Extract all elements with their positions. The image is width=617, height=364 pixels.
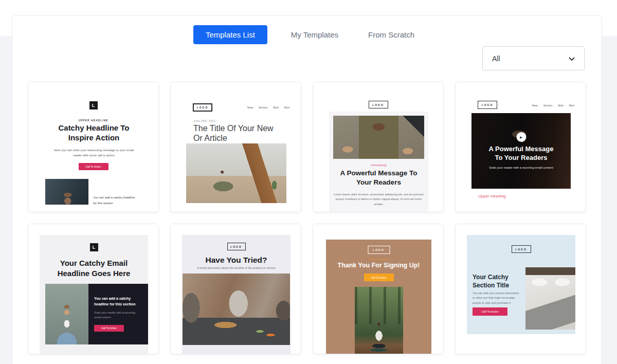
template-headline: A Powerful Message To Your Readers	[335, 169, 422, 187]
template-headline: Have You Tried?	[182, 256, 291, 265]
dinner-table-photo	[183, 274, 290, 345]
template-logo: LOGO	[193, 103, 212, 112]
tab-templates-list[interactable]: Templates List	[193, 25, 267, 44]
template-card-article-title[interactable]: LOGO News Services Work More June 25th, …	[170, 82, 301, 212]
cta-button-preview: Call To Action	[94, 325, 124, 332]
bed-photo	[525, 267, 575, 330]
category-filter-select[interactable]: All	[482, 46, 585, 70]
email-canvas: LOGO Have You Tried? A small description…	[182, 235, 291, 354]
template-logo: LOGO	[512, 245, 531, 253]
template-logo: L	[89, 101, 98, 110]
template-card-video-message[interactable]: LOGO News Services Work More ▶ A Powerfu…	[455, 82, 586, 212]
template-headline: Thank You For Signing Up!	[326, 262, 431, 269]
photo-subtext: Grab your reader with a stunning email c…	[471, 166, 571, 169]
templates-panel: Templates List My Templates From Scratch…	[12, 15, 602, 364]
tab-from-scratch[interactable]: From Scratch	[362, 25, 421, 44]
template-headline: Your Catchy Email Headline Goes Here	[55, 258, 133, 278]
section-title: You can add a catchy headline for this s…	[94, 296, 142, 307]
template-card-catchy-headline[interactable]: L UPPER HEADLINE Catchy Headline To Insp…	[28, 82, 159, 212]
dark-text-panel: You can add a catchy headline for this s…	[88, 284, 148, 344]
gray-blanket	[525, 294, 575, 330]
nav-item: Work	[273, 106, 278, 109]
template-grid: L UPPER HEADLINE Catchy Headline To Insp…	[28, 82, 586, 354]
upper-headline-label: Upper Headline	[326, 258, 431, 261]
nav-item: Services	[543, 104, 552, 107]
tab-my-templates[interactable]: My Templates	[285, 25, 344, 44]
nav-item: Services	[259, 106, 267, 109]
template-body-text: Here you can write your welcoming messag…	[53, 148, 135, 158]
section-body: Grab your reader with a stunning email c…	[94, 311, 142, 320]
tab-bar: Templates List My Templates From Scratch	[12, 25, 602, 44]
kicker-label: Introducing	[329, 163, 428, 167]
nav-item: More	[284, 106, 289, 109]
template-body-text: Lorem ipsum dolor sit amet, consectetur …	[333, 192, 424, 207]
email-canvas-tan: LOGO Upper Headline Thank You For Signin…	[326, 240, 431, 354]
template-card-product-section[interactable]: LOGO Your Catchy Section Title You can a…	[455, 224, 586, 354]
template-subtext: A small description about the benefits o…	[182, 266, 291, 269]
template-headline: Your Catchy Section Title	[473, 273, 515, 289]
split-section: You can add a catchy headline for this s…	[45, 284, 148, 344]
cta-button-preview: Call To Action	[364, 274, 394, 281]
template-card-powerful-message[interactable]: LOGO Introducing A Powerful Message To Y…	[313, 82, 444, 212]
cta-button-preview: Call To Action	[473, 307, 507, 316]
cta-button-preview: Call To Action	[79, 163, 108, 170]
template-logo: LOGO	[368, 246, 390, 254]
play-icon: ▶	[516, 132, 526, 142]
denim-man-photo	[45, 284, 88, 344]
nav-item: Work	[558, 104, 563, 107]
barbershop-photo: ▶ A Powerful Message To Your Readers Gra…	[471, 113, 571, 189]
template-logo: LOGO	[478, 101, 497, 109]
forest-yoga-photo	[355, 287, 403, 354]
nav-item: News	[532, 104, 538, 107]
article-date: June 25th, 2021	[193, 119, 215, 122]
chevron-down-icon	[569, 54, 575, 63]
email-canvas-blue: LOGO Your Catchy Section Title You can a…	[467, 235, 575, 334]
email-canvas: L Your Catchy Email Headline Goes Here Y…	[40, 235, 148, 354]
gray-section: Introducing A Powerful Message To Your R…	[329, 112, 428, 212]
template-headline: Catchy Headline To Inspire Action	[54, 123, 134, 143]
template-logo: L	[90, 243, 98, 251]
template-card-have-you-tried[interactable]: LOGO Have You Tried? A small description…	[170, 224, 301, 354]
template-logo: LOGO	[369, 101, 388, 108]
template-gallery-page: Templates List My Templates From Scratch…	[0, 0, 617, 364]
nav-item: More	[569, 104, 574, 107]
filter-selected-value: All	[492, 54, 500, 63]
craftsman-photo	[333, 116, 424, 159]
template-card-thank-you[interactable]: LOGO Upper Headline Thank You For Signin…	[313, 224, 444, 354]
template-logo: LOGO	[227, 243, 246, 250]
template-body-text: You can add your product description or …	[473, 291, 521, 305]
preview-nav: News Services Work More	[247, 106, 289, 109]
man-portrait-photo	[45, 179, 88, 205]
photo-headline: A Powerful Message To Your Readers	[485, 145, 557, 162]
section-caption: You can add a catchy headline for this s…	[93, 195, 138, 206]
upper-headline-label: UPPER HEADLINE	[28, 119, 158, 122]
nav-item: News	[247, 106, 253, 109]
template-card-split-headline[interactable]: L Your Catchy Email Headline Goes Here Y…	[28, 224, 159, 354]
lower-heading-label: Upper Heading	[478, 194, 506, 198]
template-headline: The Title Of Your New Or Article	[193, 123, 279, 143]
preview-nav: News Services Work More	[532, 104, 574, 107]
yoga-room-photo	[186, 143, 286, 203]
